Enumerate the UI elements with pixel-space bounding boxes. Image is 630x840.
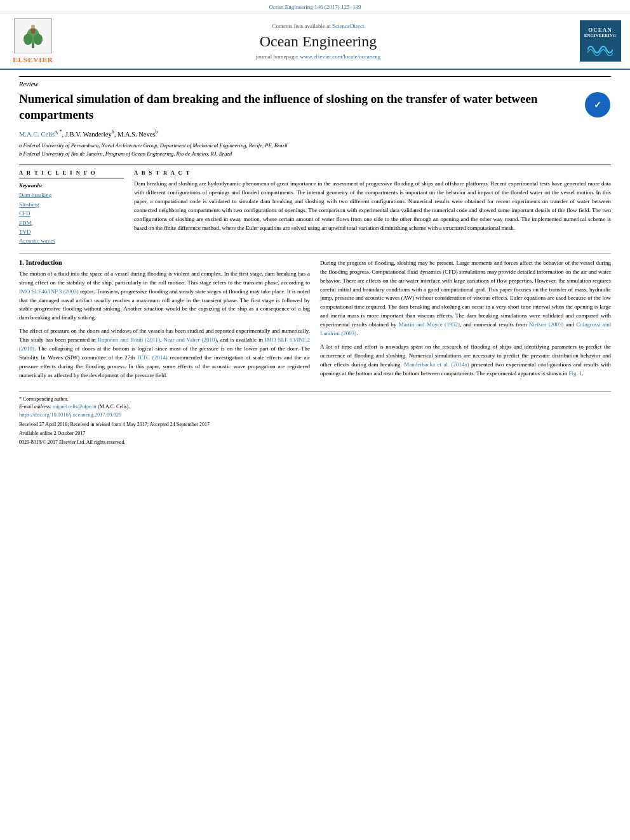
- email-suffix: (M.A.C. Celis).: [98, 404, 130, 410]
- section1-right-para1: During the progress of flooding, sloshin…: [320, 259, 611, 338]
- journal-title: Ocean Engineering: [260, 33, 377, 50]
- email-link[interactable]: miguel.celis@ufpe.br: [53, 404, 97, 410]
- citation-text: Ocean Engineering 146 (2017) 125–139: [269, 4, 361, 10]
- doi-link[interactable]: https://doi.org/10.1016/j.oceaneng.2017.…: [19, 411, 121, 418]
- abstract-panel: A B S T R A C T Dam breaking and sloshin…: [134, 170, 611, 245]
- science-direct-notice: Contents lists available at ScienceDirec…: [272, 23, 365, 29]
- svg-point-2: [23, 34, 32, 45]
- abstract-heading: A B S T R A C T: [134, 170, 611, 176]
- section1-para1: The motion of a fluid into the space of …: [19, 270, 310, 323]
- ocean-engineering-logo: OCEAN ENGINEERING: [580, 20, 621, 62]
- affiliation-b: b Federal University of Rio de Janeiro, …: [19, 150, 611, 158]
- elsevier-logo-block: ELSEVIER: [8, 18, 58, 63]
- section1-para2: The effect of pressure on the doors and …: [19, 327, 310, 380]
- ref-fig1[interactable]: Fig. 1: [568, 370, 582, 377]
- article-type-label: Review: [19, 76, 611, 88]
- ref-ruponen[interactable]: Ruponen and Routi (2011): [98, 337, 160, 343]
- ref-ittc[interactable]: ITTC (2014): [137, 354, 168, 361]
- corresponding-label: * Corresponding author.: [19, 396, 69, 402]
- svg-point-4: [31, 25, 35, 29]
- logo-line2: ENGINEERING: [584, 33, 617, 38]
- article-title: Numerical simulation of dam breaking and…: [19, 91, 578, 123]
- journal-citation: Ocean Engineering 146 (2017) 125–139: [0, 0, 630, 13]
- author2-text: , J.B.V. Wanderley: [62, 131, 112, 138]
- svg-text:✓: ✓: [594, 100, 601, 110]
- info-abstract-section: A R T I C L E I N F O Keywords: Dam brea…: [19, 164, 611, 245]
- ref-nielsen[interactable]: Nielsen (2003): [529, 321, 564, 328]
- page: Ocean Engineering 146 (2017) 125–139: [0, 0, 630, 840]
- section1-right-para2: A lot of time and effort is nowadays spe…: [320, 343, 611, 378]
- title-row: Numerical simulation of dam breaking and…: [19, 91, 611, 123]
- left-column: 1. Introduction The motion of a fluid in…: [19, 259, 310, 385]
- svg-text:CrossMark: CrossMark: [591, 113, 605, 116]
- homepage-url[interactable]: www.elsevier.com/locate/oceaneng: [300, 53, 380, 60]
- right-column: During the progress of flooding, sloshin…: [320, 259, 611, 385]
- abstract-text: Dam breaking and sloshing are hydrodynam…: [134, 180, 611, 233]
- journal-logo-right: OCEAN ENGINEERING: [578, 18, 622, 63]
- science-direct-link[interactable]: ScienceDirect: [332, 23, 364, 29]
- footnote-area: * Corresponding author. E-mail address: …: [19, 391, 611, 446]
- article-info-heading: A R T I C L E I N F O: [19, 170, 124, 178]
- article-info-panel: A R T I C L E I N F O Keywords: Dam brea…: [19, 170, 124, 245]
- author1-link[interactable]: M.A.C. Celis: [19, 131, 55, 138]
- email-label: E-mail address:: [19, 404, 51, 410]
- ref-near[interactable]: Near and Vaher (2010): [163, 337, 217, 343]
- journal-header: ELSEVIER Contents lists available at Sci…: [0, 13, 630, 70]
- svg-point-3: [34, 34, 43, 45]
- svg-rect-5: [31, 29, 35, 34]
- and-text: and: [566, 321, 574, 328]
- logo-line1: OCEAN: [588, 27, 612, 33]
- keyword-dam-breaking[interactable]: Dam breaking: [19, 190, 124, 199]
- corresponding-author-note: * Corresponding author.: [19, 396, 611, 403]
- author3-sup: b: [155, 129, 158, 135]
- ref-imo-sfl46[interactable]: IMO SLF46/INF.3 (2003): [19, 288, 79, 295]
- available-online: Available online 2 October 2017: [19, 430, 611, 437]
- main-text-area: 1. Introduction The motion of a fluid in…: [19, 259, 611, 385]
- homepage-label: journal homepage:: [256, 53, 298, 60]
- doi-line[interactable]: https://doi.org/10.1016/j.oceaneng.2017.…: [19, 411, 611, 419]
- email-note: E-mail address: miguel.celis@ufpe.br (M.…: [19, 403, 611, 411]
- ref-manderbacka[interactable]: Manderbacka et al. (2014a): [404, 361, 469, 368]
- elsevier-label: ELSEVIER: [13, 56, 53, 63]
- keywords-label: Keywords:: [19, 182, 124, 189]
- elsevier-tree-svg: [17, 22, 49, 50]
- author3-text: , M.A.S. Neves: [114, 131, 156, 138]
- ref-martin[interactable]: Martin and Moyce (1952): [399, 321, 460, 328]
- keyword-sloshing[interactable]: Sloshing: [19, 200, 124, 209]
- contents-available-text: Contents lists available at: [272, 23, 331, 29]
- keyword-fdm[interactable]: FDM: [19, 218, 124, 227]
- authors-line: M.A.C. Celisa, *, J.B.V. Wanderleyb, M.A…: [19, 129, 611, 138]
- elsevier-tree-logo: [14, 18, 52, 53]
- affiliation-a: a Federal University of Pernambuco, Nava…: [19, 142, 611, 150]
- journal-homepage: journal homepage: www.elsevier.com/locat…: [256, 53, 380, 60]
- keyword-tvd[interactable]: TVD: [19, 227, 124, 236]
- crossmark-icon[interactable]: ✓ CrossMark: [584, 91, 611, 118]
- section-divider: [19, 253, 611, 254]
- keyword-cfd[interactable]: CFD: [19, 209, 124, 218]
- received-dates: Received 27 April 2016; Received in revi…: [19, 421, 611, 429]
- copyright-line: 0029-8018/© 2017 Elsevier Ltd. All right…: [19, 439, 611, 446]
- keyword-acoustic[interactable]: Acoustic waves: [19, 236, 124, 245]
- affiliations: a Federal University of Pernambuco, Nava…: [19, 142, 611, 158]
- section1-heading: 1. Introduction: [19, 259, 310, 266]
- article-body: Review Numerical simulation of dam break…: [0, 70, 630, 453]
- journal-center: Contents lists available at ScienceDirec…: [65, 18, 572, 63]
- wave-icon: [587, 40, 613, 56]
- author1-sup: a, *: [55, 129, 62, 135]
